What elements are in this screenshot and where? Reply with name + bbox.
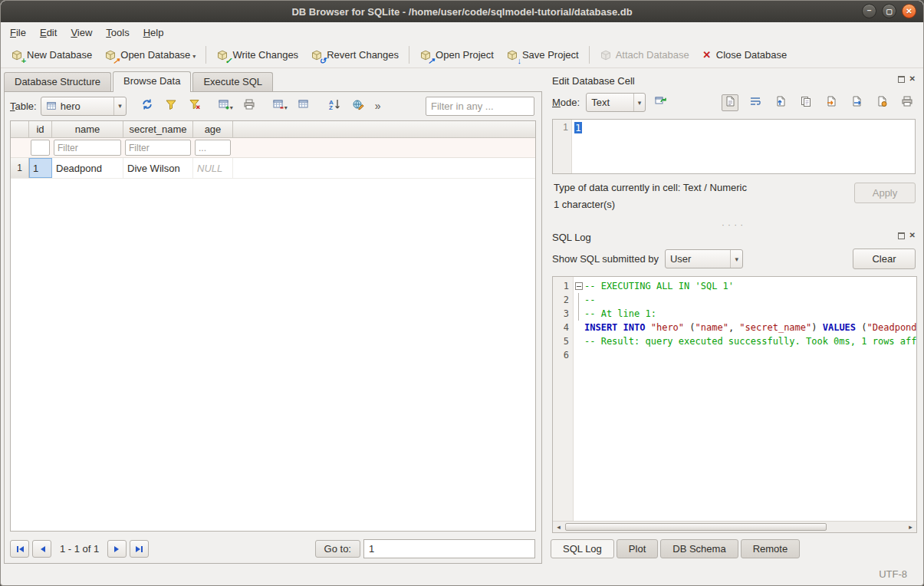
cell-name[interactable]: Deadpond <box>52 158 123 178</box>
open-file-button[interactable] <box>772 94 789 111</box>
filter-button[interactable] <box>161 96 181 116</box>
encoding-indicator[interactable]: UTF-8 <box>879 568 907 580</box>
tab-remote[interactable]: Remote <box>741 539 801 558</box>
filter-input-id[interactable] <box>31 140 50 156</box>
tab-db-schema[interactable]: DB Schema <box>660 539 738 558</box>
toolbar-overflow-icon[interactable] <box>375 100 381 112</box>
close-window-icon[interactable] <box>902 4 916 18</box>
delete-record-dropdown-icon[interactable] <box>284 99 288 113</box>
cell-editor-content[interactable]: 1 <box>572 120 584 173</box>
menu-view[interactable]: View <box>64 22 99 42</box>
copy-button[interactable] <box>797 94 814 111</box>
tab-sql-log[interactable]: SQL Log <box>551 539 614 558</box>
main-tab-bar: Database Structure Browse Data Execute S… <box>4 70 542 91</box>
revert-changes-button[interactable]: Revert Changes <box>304 47 405 64</box>
open-database-dropdown-icon[interactable] <box>194 49 196 61</box>
row-number[interactable]: 1 <box>11 158 29 178</box>
cell-info: Type of data currently in cell: Text / N… <box>548 180 917 220</box>
new-record-button[interactable] <box>215 96 235 116</box>
close-dock-icon[interactable] <box>909 75 916 83</box>
minimize-icon[interactable] <box>862 4 876 18</box>
window-controls <box>862 4 916 18</box>
log-line-number: 4 <box>553 321 569 334</box>
previous-page-button[interactable] <box>32 540 51 558</box>
filter-input-name[interactable] <box>54 140 121 156</box>
menu-file[interactable]: File <box>3 22 33 42</box>
tab-browse-data[interactable]: Browse Data <box>113 71 191 92</box>
goto-button[interactable]: Go to: <box>315 540 360 558</box>
open-project-button[interactable]: Open Project <box>413 47 500 64</box>
edit-cell-button[interactable] <box>348 96 368 116</box>
close-database-button[interactable]: Close Database <box>695 47 794 64</box>
previous-page-icon <box>38 545 46 553</box>
text-mode-button[interactable] <box>722 94 738 111</box>
word-wrap-button[interactable] <box>747 94 764 111</box>
menu-tools[interactable]: Tools <box>99 22 136 42</box>
filter-input-secret-name[interactable] <box>125 140 191 156</box>
set-null-button[interactable] <box>873 94 890 111</box>
import-button[interactable] <box>823 94 840 111</box>
first-page-button[interactable] <box>10 540 29 558</box>
menu-edit[interactable]: Edit <box>33 22 64 42</box>
open-database-button[interactable]: Open Database <box>98 47 202 64</box>
sql-log-body[interactable]: 123456 -- EXECUTING ALL IN 'SQL 1'---- A… <box>553 277 916 521</box>
clear-log-button[interactable]: Clear <box>853 249 916 269</box>
column-header-secret-name[interactable]: secret_name <box>123 121 193 137</box>
cell-id[interactable]: 1 <box>29 158 52 178</box>
chevron-down-icon <box>113 97 126 115</box>
duplicate-record-button[interactable] <box>294 96 314 116</box>
goto-input[interactable] <box>363 539 535 558</box>
export-button[interactable] <box>848 94 865 111</box>
sql-submitter-value: User <box>670 253 691 265</box>
float-dock-icon[interactable] <box>898 232 905 239</box>
new-database-button[interactable]: New Database <box>5 47 98 64</box>
refresh-button[interactable] <box>137 96 157 116</box>
horizontal-scrollbar[interactable] <box>553 521 916 532</box>
tab-plot[interactable]: Plot <box>617 539 658 558</box>
fold-marker-icon[interactable] <box>574 279 584 293</box>
cell-age[interactable]: NULL <box>193 158 233 178</box>
tab-database-structure[interactable]: Database Structure <box>4 72 111 91</box>
close-dock-icon[interactable] <box>909 232 916 239</box>
export-icon <box>850 95 863 110</box>
set-null-icon <box>876 95 888 110</box>
menu-help[interactable]: Help <box>136 22 171 42</box>
sql-submitter-selector[interactable]: User <box>665 249 743 268</box>
sort-records-button[interactable]: AZ <box>324 96 344 116</box>
save-project-button[interactable]: Save Project <box>500 47 585 64</box>
write-changes-button[interactable]: Write Changes <box>210 47 304 64</box>
clear-filters-button[interactable] <box>185 96 205 116</box>
mode-selector[interactable]: Text <box>586 93 646 112</box>
delete-record-button[interactable] <box>270 96 290 116</box>
float-dock-icon[interactable] <box>898 76 905 83</box>
auto-format-button[interactable] <box>652 94 669 111</box>
new-record-dropdown-icon[interactable] <box>230 99 233 113</box>
sql-log-controls: Show SQL submitted by User Clear <box>548 245 917 276</box>
refresh-icon <box>141 98 153 114</box>
sql-log-gutter: 123456 <box>553 277 574 521</box>
last-page-button[interactable] <box>130 540 149 558</box>
scroll-right-icon[interactable] <box>905 522 916 532</box>
tab-execute-sql[interactable]: Execute SQL <box>192 72 273 91</box>
filter-any-input[interactable] <box>426 97 534 116</box>
column-header-id[interactable]: id <box>29 121 52 137</box>
edit-cell-toolbar: Mode: Text <box>548 88 917 119</box>
globe-edit-icon <box>352 98 364 114</box>
scroll-left-icon[interactable] <box>553 522 564 532</box>
dock-resize-handle[interactable] <box>548 220 917 229</box>
maximize-icon[interactable] <box>882 4 896 18</box>
column-header-name[interactable]: name <box>52 121 123 137</box>
table-selector[interactable]: hero <box>41 97 127 116</box>
column-header-age[interactable]: age <box>193 121 233 137</box>
cell-editor[interactable]: 1 1 <box>552 119 916 174</box>
title-bar[interactable]: DB Browser for SQLite - /home/user/code/… <box>1 1 923 22</box>
cell-editor-gutter: 1 <box>553 120 572 173</box>
filter-input-age[interactable] <box>195 140 231 156</box>
print-table-button[interactable] <box>239 96 259 116</box>
sql-log-line: -- EXECUTING ALL IN 'SQL 1' <box>574 279 916 293</box>
chevron-down-icon <box>730 250 742 268</box>
print-cell-button[interactable] <box>899 94 916 111</box>
scrollbar-thumb[interactable] <box>565 523 827 531</box>
cell-secret-name[interactable]: Dive Wilson <box>123 158 193 178</box>
next-page-button[interactable] <box>107 540 127 558</box>
